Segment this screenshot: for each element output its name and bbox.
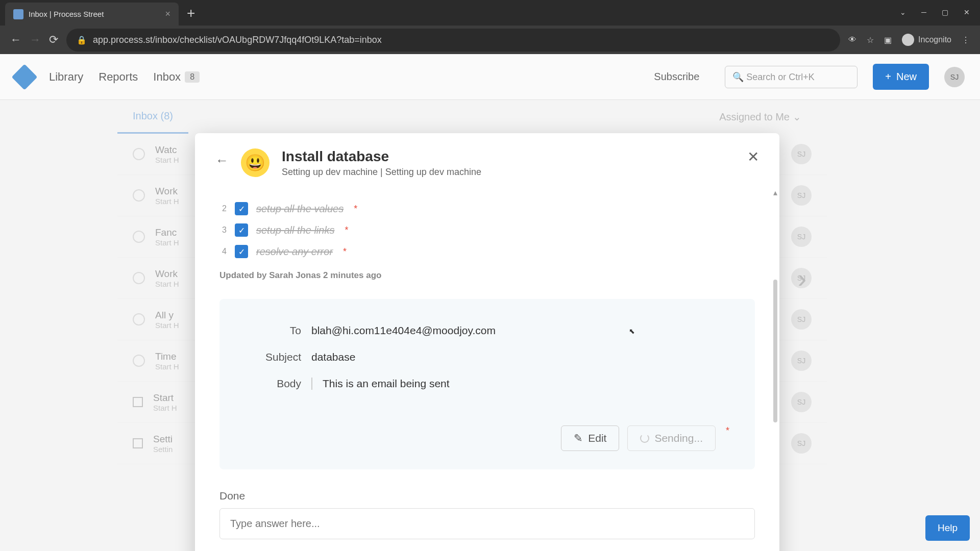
task-number: 4 (219, 247, 227, 256)
browser-tab-bar: Inbox | Process Street × + ⌄ ─ ▢ ✕ (0, 0, 980, 26)
app-container: Library Reports Inbox 8 Subscribe 🔍 Sear… (0, 54, 980, 551)
search-icon: 🔍 (732, 72, 744, 82)
forward-button[interactable]: → (30, 33, 41, 46)
task-checkbox[interactable]: ✓ (235, 202, 248, 215)
close-window-icon[interactable]: ✕ (964, 8, 970, 16)
updated-text: Updated by Sarah Jonas 2 minutes ago (219, 262, 755, 289)
required-asterisk: * (354, 204, 357, 214)
help-button[interactable]: Help (925, 515, 970, 541)
chevron-down-icon[interactable]: ⌄ (900, 8, 906, 16)
email-preview: To blah@hi.com11e404e4@moodjoy.com Subje… (219, 299, 755, 469)
done-section: Done (219, 490, 755, 539)
tab-favicon (13, 9, 23, 19)
modal-header: ← 😃 Install database Setting up dev mach… (195, 133, 779, 188)
required-asterisk: * (345, 225, 348, 236)
task-row: 2 ✓ setup all the values * (219, 198, 755, 219)
task-label: setup all the links (256, 224, 334, 236)
minimize-icon[interactable]: ─ (921, 8, 926, 16)
done-input[interactable] (219, 508, 755, 539)
new-button[interactable]: + New (873, 64, 929, 90)
user-avatar[interactable]: SJ (944, 67, 965, 87)
reload-button[interactable]: ⟳ (49, 33, 58, 46)
scrollbar[interactable]: ▴ ▾ (773, 188, 778, 551)
star-icon[interactable]: ☆ (867, 35, 874, 45)
back-button[interactable]: ← (10, 33, 21, 46)
close-modal-icon[interactable]: ✕ (747, 148, 759, 165)
task-number: 2 (219, 204, 227, 213)
email-to-value: blah@hi.com11e404e4@moodjoy.com (311, 324, 729, 337)
nav-library[interactable]: Library (49, 70, 83, 84)
url-text: app.process.st/inbox/checklist/vOAUbgRDW… (93, 35, 382, 45)
eye-off-icon[interactable]: 👁 (848, 35, 856, 44)
nav-reports[interactable]: Reports (99, 70, 138, 84)
task-checkbox[interactable]: ✓ (235, 223, 248, 237)
search-input[interactable]: 🔍 Search or Ctrl+K (725, 66, 857, 88)
scroll-up-icon[interactable]: ▴ (773, 188, 777, 197)
task-label: setup all the values (256, 203, 344, 215)
edit-button[interactable]: ✎ Edit (561, 425, 619, 451)
new-tab-button[interactable]: + (179, 5, 203, 26)
app-header: Library Reports Inbox 8 Subscribe 🔍 Sear… (0, 54, 980, 100)
address-bar[interactable]: 🔒 app.process.st/inbox/checklist/vOAUbgR… (66, 29, 840, 52)
menu-icon[interactable]: ⋮ (962, 35, 970, 45)
email-subject-label: Subject (245, 351, 301, 363)
task-checkbox[interactable]: ✓ (235, 245, 248, 258)
task-label: resolve any error (256, 246, 333, 258)
lock-icon: 🔒 (77, 35, 87, 45)
done-label: Done (219, 490, 755, 502)
window-controls: ⌄ ─ ▢ ✕ (890, 0, 980, 24)
email-body-label: Body (245, 378, 301, 390)
subscribe-button[interactable]: Subscribe (644, 66, 709, 88)
email-subject-value: database (311, 351, 729, 363)
email-to-label: To (245, 324, 301, 337)
required-asterisk: * (343, 246, 347, 257)
maximize-icon[interactable]: ▢ (942, 8, 948, 16)
task-modal: ← 😃 Install database Setting up dev mach… (195, 133, 779, 551)
nav-inbox[interactable]: Inbox 8 (153, 70, 200, 84)
incognito-icon (902, 34, 914, 46)
modal-title: Install database (282, 148, 481, 165)
cursor-icon: ⬉ (629, 327, 635, 335)
next-arrow-button[interactable]: › (798, 263, 806, 294)
edit-icon: ✎ (574, 432, 583, 444)
modal-body: ▴ ▾ 2 ✓ setup all the values * 3 ✓ setup… (195, 188, 779, 551)
required-asterisk: * (726, 425, 729, 436)
inbox-badge: 8 (185, 71, 200, 83)
browser-tab[interactable]: Inbox | Process Street × (5, 3, 179, 26)
app-logo[interactable] (12, 64, 38, 90)
task-number: 3 (219, 226, 227, 235)
scroll-thumb[interactable] (773, 280, 777, 422)
plus-icon: + (885, 71, 891, 83)
modal-subtitle: Setting up dev machine | Setting up dev … (282, 167, 481, 178)
back-arrow-icon[interactable]: ← (215, 148, 229, 168)
extensions-icon[interactable]: ▣ (884, 35, 892, 45)
task-row: 3 ✓ setup all the links * (219, 219, 755, 241)
browser-toolbar: ← → ⟳ 🔒 app.process.st/inbox/checklist/v… (0, 26, 980, 54)
close-tab-icon[interactable]: × (165, 9, 170, 19)
task-emoji: 😃 (241, 148, 270, 177)
email-body-value: This is an email being sent (311, 378, 729, 390)
spinner-icon (640, 434, 649, 443)
sending-button: Sending... (627, 425, 716, 451)
task-row: 4 ✓ resolve any error * (219, 241, 755, 262)
tab-title: Inbox | Process Street (29, 10, 104, 18)
incognito-indicator: Incognito (902, 34, 951, 46)
